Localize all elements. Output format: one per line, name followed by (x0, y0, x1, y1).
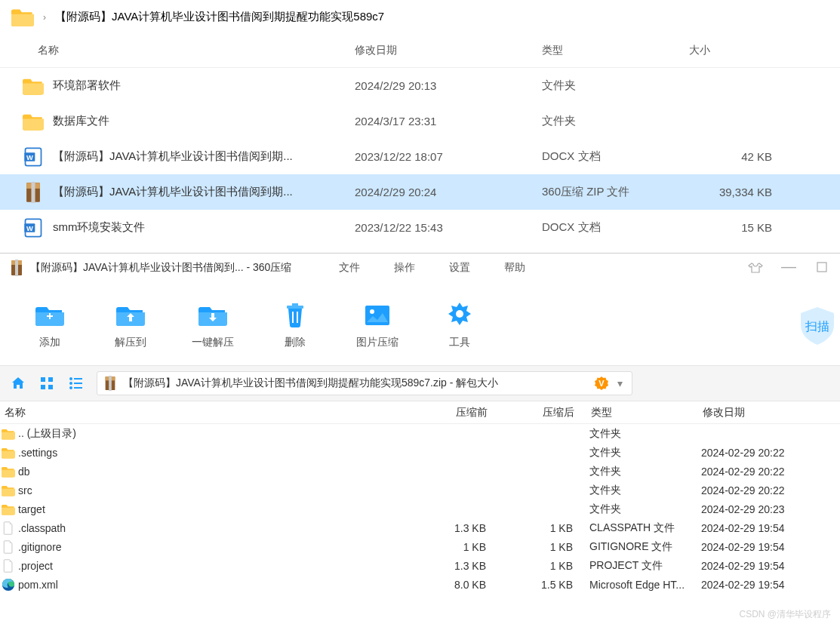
menu-item[interactable]: 文件 (339, 261, 360, 275)
file-icon (2, 559, 15, 573)
file-date: 2024/2/29 20:24 (355, 186, 542, 198)
folder-icon (23, 75, 44, 97)
entry-name: .gitignore (18, 541, 411, 553)
menu-item[interactable]: 设置 (449, 261, 470, 275)
one-click-extract-icon (193, 298, 232, 330)
zip-titlebar: 【附源码】JAVA计算机毕业设计图书借阅到... - 360压缩 文件操作设置帮… (0, 254, 840, 282)
file-type: 360压缩 ZIP 文件 (542, 185, 689, 199)
zip-window-title: 【附源码】JAVA计算机毕业设计图书借阅到... - 360压缩 (30, 261, 291, 275)
toolbar-extract-to[interactable]: 解压到 (111, 298, 150, 349)
file-icon (2, 521, 15, 535)
toolbar-label: 图片压缩 (356, 336, 398, 349)
entry-date: 2024-02-29 20:22 (701, 484, 829, 496)
col-type[interactable]: 类型 (542, 44, 689, 57)
svg-text:W: W (26, 153, 33, 161)
entry-name: src (18, 484, 411, 496)
zip-row[interactable]: db文件夹2024-02-29 20:22 (0, 462, 840, 481)
col-date[interactable]: 修改日期 (355, 44, 542, 57)
svg-rect-23 (41, 377, 45, 382)
entry-name: .classpath (18, 522, 411, 534)
entry-type: PROJECT 文件 (573, 559, 701, 573)
breadcrumb-bar: › 【附源码】JAVA计算机毕业设计图书借阅到期提醒功能实现589c7 (0, 0, 840, 34)
minimize-button[interactable]: — (780, 262, 798, 275)
window-controls: — (746, 262, 831, 275)
entry-size-after: 1.5 KB (486, 579, 573, 591)
entry-size-before: 1.3 KB (411, 522, 486, 534)
svg-rect-16 (292, 303, 298, 306)
delete-icon (275, 298, 315, 330)
zip-row[interactable]: .classpath1.3 KB1 KBCLASSPATH 文件2024-02-… (0, 518, 840, 537)
scan-badge[interactable]: 扫描 (795, 303, 840, 349)
shirt-icon[interactable] (746, 262, 765, 274)
explorer-row[interactable]: 数据库文件2024/3/17 23:31文件夹 (0, 103, 840, 139)
maximize-button[interactable] (813, 262, 831, 275)
docx-icon: W (23, 146, 44, 168)
svg-point-31 (69, 386, 72, 389)
entry-size-before: 8.0 KB (411, 579, 486, 591)
svg-rect-12 (817, 263, 826, 272)
col-name[interactable]: 名称 (38, 44, 355, 57)
zip-row[interactable]: .project1.3 KB1 KBPROJECT 文件2024-02-29 1… (0, 556, 840, 575)
entry-date: 2024-02-29 19:54 (701, 541, 829, 553)
entry-date: 2024-02-29 19:54 (701, 560, 829, 572)
zip-row[interactable]: pom.xml8.0 KB1.5 KBMicrosoft Edge HT...2… (0, 575, 840, 594)
explorer-row[interactable]: W【附源码】JAVA计算机毕业设计图书借阅到期...2023/12/22 18:… (0, 139, 840, 174)
breadcrumb-text[interactable]: 【附源码】JAVA计算机毕业设计图书借阅到期提醒功能实现589c7 (55, 10, 384, 24)
toolbar-label: 工具 (449, 336, 470, 349)
zip-row[interactable]: src文件夹2024-02-29 20:22 (0, 481, 840, 499)
toolbar-add[interactable]: 添加 (30, 298, 69, 349)
file-name: smm环境安装文件 (53, 220, 355, 235)
zcol-before[interactable]: 压缩前 (412, 406, 488, 420)
folder-icon (2, 484, 15, 497)
image-compress-icon (358, 298, 397, 330)
svg-rect-32 (74, 387, 82, 389)
zcol-date[interactable]: 修改日期 (703, 406, 831, 420)
file-name: 环境部署软件 (53, 78, 355, 93)
grid-view-icon[interactable] (39, 376, 54, 391)
file-type: 文件夹 (542, 114, 689, 128)
file-type: DOCX 文档 (542, 220, 689, 235)
svg-rect-17 (292, 312, 294, 323)
entry-type: CLASSPATH 文件 (573, 521, 701, 535)
dropdown-icon[interactable]: ▾ (614, 377, 626, 389)
zcol-after[interactable]: 压缩后 (488, 406, 574, 420)
path-field[interactable]: 【附源码】JAVA计算机毕业设计图书借阅到期提醒功能实现589c7.zip - … (97, 371, 632, 395)
folder-icon (23, 111, 44, 132)
zip-row[interactable]: .. (上级目录)文件夹 (0, 424, 840, 443)
list-view-icon[interactable] (68, 376, 83, 391)
file-size: 15 KB (689, 221, 795, 234)
svg-rect-5 (31, 182, 35, 203)
folder-icon (2, 427, 15, 441)
zcol-type[interactable]: 类型 (574, 406, 703, 420)
add-icon (30, 298, 69, 330)
col-size[interactable]: 大小 (689, 44, 795, 57)
zip-row[interactable]: target文件夹2024-02-29 20:23 (0, 499, 840, 518)
svg-point-29 (69, 382, 72, 385)
folder-icon (11, 8, 34, 26)
file-name: 数据库文件 (53, 114, 355, 128)
explorer-row[interactable]: 环境部署软件2024/2/29 20:13文件夹 (0, 68, 840, 103)
file-size: 39,334 KB (689, 186, 795, 198)
file-date: 2024/2/29 20:13 (355, 79, 542, 92)
path-text: 【附源码】JAVA计算机毕业设计图书借阅到期提醒功能实现589c7.zip - … (123, 377, 498, 390)
toolbar-delete[interactable]: 删除 (275, 298, 315, 349)
home-icon[interactable] (11, 376, 26, 391)
zip-row[interactable]: .settings文件夹2024-02-29 20:22 (0, 443, 840, 462)
zcol-name[interactable]: 名称 (5, 406, 412, 420)
toolbar-tools[interactable]: 工具 (440, 298, 479, 349)
edge-icon (2, 578, 15, 592)
menu-item[interactable]: 操作 (394, 261, 415, 275)
watermark: CSDN @清华毕设程序 (739, 608, 831, 621)
toolbar-one-click-extract[interactable]: 一键解压 (192, 298, 234, 349)
toolbar-image-compress[interactable]: 图片压缩 (356, 298, 398, 349)
svg-rect-26 (48, 385, 53, 389)
zip-path-bar: 【附源码】JAVA计算机毕业设计图书借阅到期提醒功能实现589c7.zip - … (0, 365, 840, 401)
entry-type: 文件夹 (573, 446, 701, 459)
svg-text:扫描: 扫描 (805, 320, 829, 333)
zip-row[interactable]: .gitignore1 KB1 KBGITIGNORE 文件2024-02-29… (0, 537, 840, 556)
svg-text:V: V (598, 379, 605, 388)
explorer-row[interactable]: Wsmm环境安装文件2023/12/22 15:43DOCX 文档15 KB (0, 210, 840, 245)
folder-icon (2, 503, 15, 516)
menu-item[interactable]: 帮助 (504, 261, 525, 275)
explorer-row[interactable]: 【附源码】JAVA计算机毕业设计图书借阅到期...2024/2/29 20:24… (0, 174, 840, 210)
